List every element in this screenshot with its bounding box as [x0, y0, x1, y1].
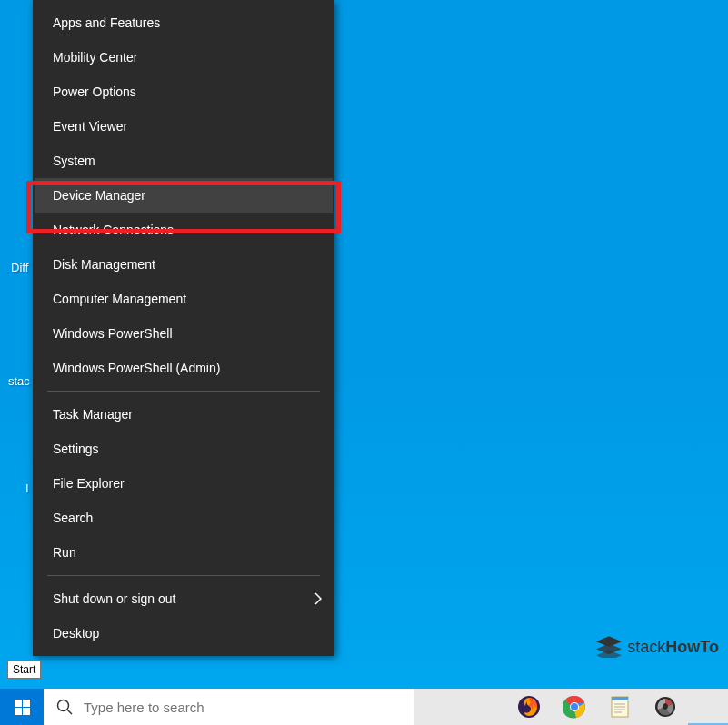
menu-item-task-manager[interactable]: Task Manager — [35, 397, 333, 432]
menu-item-run[interactable]: Run — [35, 535, 333, 570]
start-tooltip: Start — [7, 660, 41, 679]
winx-context-menu[interactable]: Apps and Features Mobility Center Power … — [33, 0, 334, 656]
menu-separator — [47, 575, 320, 576]
menu-item-apps-features[interactable]: Apps and Features — [35, 5, 333, 40]
app-icon — [653, 695, 677, 719]
svg-rect-3 — [23, 708, 30, 715]
svg-rect-2 — [15, 708, 22, 715]
watermark-text: stack — [627, 638, 665, 657]
chrome-icon — [563, 695, 586, 719]
taskbar-app-notepad[interactable] — [597, 689, 643, 725]
start-button[interactable] — [0, 689, 44, 725]
menu-item-network-connections[interactable]: Network Connections — [35, 213, 333, 247]
desktop-label: I — [25, 482, 29, 495]
menu-item-label: Windows PowerShell (Admin) — [53, 361, 220, 375]
desktop-label: Diff — [11, 261, 28, 274]
menu-item-label: Apps and Features — [53, 15, 160, 30]
taskbar-app-generic[interactable] — [643, 689, 688, 725]
menu-item-label: File Explorer — [53, 476, 125, 491]
menu-item-shutdown-signout[interactable]: Shut down or sign out — [35, 581, 333, 616]
taskbar — [0, 689, 728, 725]
search-icon — [56, 699, 73, 715]
watermark-text-bold: HowTo — [665, 638, 719, 657]
menu-item-desktop[interactable]: Desktop — [35, 616, 333, 651]
svg-rect-0 — [15, 700, 22, 707]
menu-item-label: Computer Management — [53, 292, 186, 306]
menu-item-label: Mobility Center — [53, 50, 137, 65]
menu-item-system[interactable]: System — [35, 144, 333, 178]
menu-item-file-explorer[interactable]: File Explorer — [35, 466, 333, 501]
menu-item-label: Settings — [53, 442, 99, 456]
menu-item-label: Device Manager — [53, 188, 145, 203]
menu-item-label: Run — [53, 545, 76, 560]
menu-item-label: Power Options — [53, 84, 136, 99]
menu-item-label: Shut down or sign out — [53, 591, 175, 606]
menu-item-power-options[interactable]: Power Options — [35, 74, 333, 109]
taskbar-app-chrome[interactable] — [552, 689, 597, 725]
menu-item-label: Disk Management — [53, 257, 155, 272]
menu-item-label: Desktop — [53, 626, 99, 641]
menu-item-settings[interactable]: Settings — [35, 432, 333, 466]
desktop-label: stac — [8, 374, 30, 388]
menu-item-label: System — [53, 154, 95, 168]
taskbar-pinned-apps — [506, 689, 728, 725]
menu-item-label: Search — [53, 511, 93, 525]
menu-item-device-manager[interactable]: Device Manager — [35, 178, 333, 213]
firefox-icon — [517, 695, 541, 719]
menu-item-label: Task Manager — [53, 407, 133, 422]
menu-item-event-viewer[interactable]: Event Viewer — [35, 109, 333, 144]
watermark: stackHowTo — [596, 636, 719, 658]
svg-point-9 — [571, 703, 578, 710]
taskbar-app-slot[interactable] — [688, 689, 728, 725]
windows-icon — [15, 700, 30, 715]
svg-line-5 — [67, 710, 72, 714]
menu-item-disk-management[interactable]: Disk Management — [35, 247, 333, 282]
search-input[interactable] — [84, 700, 414, 715]
menu-item-computer-management[interactable]: Computer Management — [35, 282, 333, 316]
taskbar-app-firefox[interactable] — [506, 689, 552, 725]
svg-rect-11 — [612, 697, 628, 700]
taskbar-search[interactable] — [44, 689, 414, 725]
svg-point-4 — [58, 700, 69, 711]
menu-item-mobility-center[interactable]: Mobility Center — [35, 40, 333, 74]
menu-item-label: Network Connections — [53, 223, 174, 237]
menu-item-search[interactable]: Search — [35, 501, 333, 535]
menu-item-powershell-admin[interactable]: Windows PowerShell (Admin) — [35, 351, 333, 385]
svg-rect-1 — [23, 700, 30, 707]
menu-item-label: Windows PowerShell — [53, 326, 173, 341]
notepad-icon — [608, 695, 632, 719]
chevron-right-icon — [314, 592, 322, 605]
menu-item-label: Event Viewer — [53, 119, 127, 134]
menu-separator — [47, 391, 320, 392]
menu-item-powershell[interactable]: Windows PowerShell — [35, 316, 333, 351]
stack-icon — [596, 636, 622, 658]
